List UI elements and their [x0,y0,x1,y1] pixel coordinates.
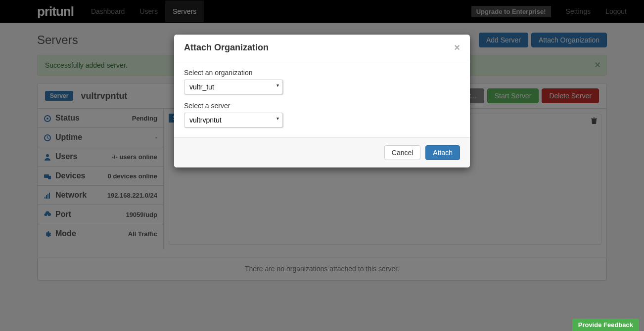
attach-button[interactable]: Attach [425,145,460,160]
org-label: Select an organization [184,69,460,77]
cancel-button[interactable]: Cancel [384,145,421,160]
close-icon[interactable]: × [454,42,460,53]
org-select[interactable]: vultr_tut [184,80,283,94]
server-label: Select a server [184,102,460,110]
modal-title: Attach Organization [184,42,454,53]
feedback-tab[interactable]: Provide Feedback [572,319,639,331]
attach-org-modal: Attach Organization × Select an organiza… [174,35,470,167]
server-group: Select a server vultrvpntut [184,102,460,127]
modal-header: Attach Organization × [174,35,470,61]
modal-body: Select an organization vultr_tut Select … [174,61,470,137]
modal-footer: Cancel Attach [174,137,470,167]
server-select[interactable]: vultrvpntut [184,113,283,127]
org-group: Select an organization vultr_tut [184,69,460,94]
